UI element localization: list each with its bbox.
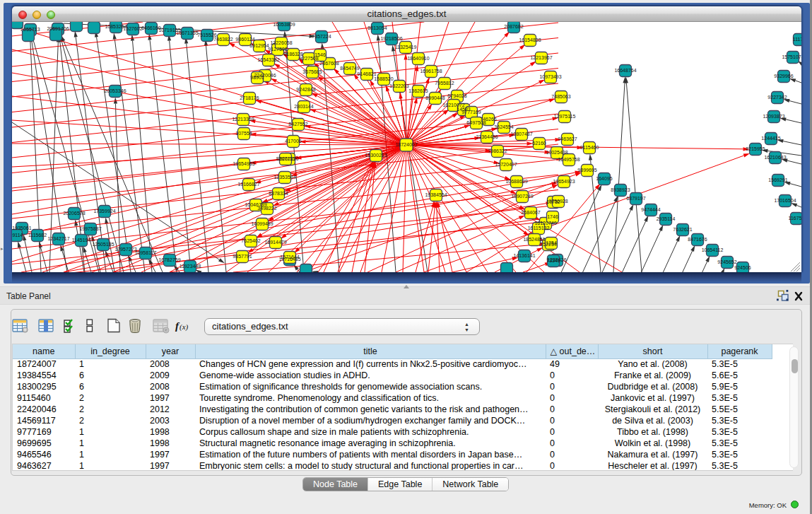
svg-text:12505135: 12505135 — [92, 242, 114, 247]
svg-text:2087682: 2087682 — [504, 24, 523, 29]
svg-text:11172: 11172 — [793, 37, 801, 42]
svg-text:16782759: 16782759 — [158, 257, 180, 262]
svg-text:10688639: 10688639 — [505, 179, 527, 184]
svg-text:15720407: 15720407 — [495, 162, 517, 167]
svg-text:9146821: 9146821 — [357, 71, 376, 76]
svg-text:98901: 98901 — [250, 75, 264, 80]
svg-text:16648764: 16648764 — [614, 68, 636, 73]
svg-text:18524851: 18524851 — [523, 237, 545, 242]
svg-text:9227342: 9227342 — [767, 95, 787, 100]
svg-text:7955812: 7955812 — [435, 81, 454, 86]
svg-text:73341: 73341 — [546, 258, 560, 263]
svg-text:8878334: 8878334 — [269, 191, 288, 196]
svg-text:10025438: 10025438 — [546, 150, 567, 155]
svg-text:1362615: 1362615 — [408, 88, 428, 93]
svg-text:12975115: 12975115 — [554, 114, 576, 119]
svg-text:11325419: 11325419 — [395, 45, 417, 49]
svg-text:12213369: 12213369 — [232, 117, 254, 122]
svg-text:8938923: 8938923 — [611, 187, 630, 192]
svg-text:7986322: 7986322 — [488, 148, 507, 153]
svg-text:1115682: 1115682 — [28, 233, 47, 238]
svg-text:7625402: 7625402 — [241, 238, 260, 243]
svg-text:8267115: 8267115 — [276, 156, 295, 161]
svg-text:20691406: 20691406 — [47, 26, 69, 31]
svg-text:19975887: 19975887 — [79, 226, 101, 231]
svg-text:13226058: 13226058 — [270, 40, 292, 45]
svg-text:10958117: 10958117 — [135, 250, 157, 255]
svg-text:3498222: 3498222 — [257, 206, 276, 211]
svg-text:1254: 1254 — [546, 240, 557, 245]
svg-text:8813054: 8813054 — [367, 25, 387, 30]
svg-text:8912954: 8912954 — [249, 43, 269, 48]
svg-text:107554: 107554 — [235, 131, 252, 136]
svg-text:7632621: 7632621 — [673, 227, 692, 232]
svg-text:1746: 1746 — [547, 214, 558, 219]
svg-text:9115460: 9115460 — [580, 145, 599, 150]
svg-text:1145194: 1145194 — [72, 238, 91, 243]
svg-text:3624554: 3624554 — [494, 124, 513, 129]
svg-text:16120740: 16120740 — [534, 221, 556, 226]
svg-text:17957273: 17957273 — [114, 247, 136, 252]
svg-text:16210643: 16210643 — [764, 155, 786, 160]
svg-text:1935061: 1935061 — [12, 226, 31, 230]
svg-text:10654112: 10654112 — [702, 247, 724, 252]
svg-text:14099489: 14099489 — [251, 221, 273, 226]
svg-text:8454749: 8454749 — [340, 66, 359, 71]
svg-text:10973493: 10973493 — [539, 74, 561, 79]
svg-text:19384554: 19384554 — [425, 192, 447, 197]
svg-text:2867608: 2867608 — [319, 61, 339, 66]
svg-text:19166827: 19166827 — [237, 182, 259, 187]
svg-text:62160: 62160 — [532, 141, 546, 146]
svg-text:7463822: 7463822 — [213, 37, 233, 42]
svg-text:19218506: 19218506 — [380, 36, 402, 41]
svg-text:9463627: 9463627 — [558, 136, 577, 141]
svg-text:9242848: 9242848 — [296, 87, 315, 92]
svg-text:(x): (x) — [180, 322, 189, 332]
svg-text:16914479: 16914479 — [264, 240, 286, 245]
svg-text:12213967: 12213967 — [530, 55, 552, 60]
svg-text:8471676: 8471676 — [688, 237, 707, 242]
svg-text:12342717: 12342717 — [47, 236, 69, 241]
svg-text:3684067: 3684067 — [521, 210, 540, 215]
svg-text:6879197: 6879197 — [626, 196, 645, 201]
svg-text:6794028: 6794028 — [447, 93, 466, 98]
svg-text:7357224: 7357224 — [312, 34, 331, 39]
svg-text:16154838: 16154838 — [519, 37, 541, 42]
svg-text:8990448: 8990448 — [425, 95, 445, 100]
svg-text:12353594: 12353594 — [273, 175, 295, 180]
svg-text:1588520: 1588520 — [374, 76, 393, 81]
svg-text:7485063: 7485063 — [551, 94, 570, 99]
svg-text:9777169: 9777169 — [461, 110, 481, 115]
svg-text:1569291: 1569291 — [768, 177, 787, 182]
svg-text:15751074: 15751074 — [782, 54, 801, 59]
svg-text:14136141: 14136141 — [513, 253, 535, 258]
svg-text:16115132: 16115132 — [528, 226, 550, 230]
svg-text:2803144: 2803144 — [294, 104, 313, 109]
svg-text:8186328: 8186328 — [283, 52, 302, 57]
svg-text:164095: 164095 — [596, 176, 612, 181]
svg-text:417006: 417006 — [285, 139, 301, 144]
svg-text:39114: 39114 — [12, 233, 23, 238]
svg-text:15300213: 15300213 — [365, 153, 387, 158]
svg-text:2718176: 2718176 — [240, 95, 259, 100]
svg-text:9474444: 9474444 — [641, 207, 660, 212]
svg-text:16053809: 16053809 — [273, 22, 295, 27]
svg-text:20206578: 20206578 — [63, 211, 85, 216]
svg-text:116753: 116753 — [789, 216, 801, 221]
svg-text:18640910: 18640910 — [407, 56, 429, 61]
svg-text:16961758: 16961758 — [420, 69, 442, 74]
svg-text:924506: 924506 — [734, 265, 751, 270]
svg-text:8427552: 8427552 — [288, 122, 307, 127]
svg-text:16543382: 16543382 — [257, 57, 279, 62]
svg-text:19654985: 19654985 — [233, 161, 254, 166]
svg-text:9857791: 9857791 — [233, 254, 252, 259]
svg-text:8215955: 8215955 — [746, 146, 765, 151]
svg-text:18907249: 18907249 — [511, 194, 533, 199]
svg-text:16671355: 16671355 — [176, 30, 198, 35]
svg-text:9329966: 9329966 — [774, 74, 793, 78]
svg-text:9860124: 9860124 — [235, 37, 254, 42]
svg-text:2935114: 2935114 — [657, 216, 676, 221]
svg-text:1546: 1546 — [314, 52, 326, 57]
svg-text:19654923: 19654923 — [553, 179, 575, 184]
svg-text:16495758: 16495758 — [558, 157, 579, 162]
